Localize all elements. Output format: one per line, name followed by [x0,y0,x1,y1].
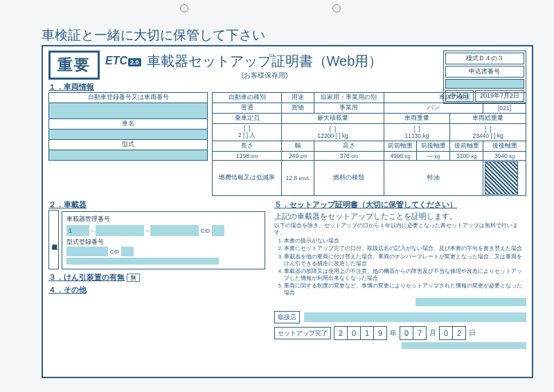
app-no-value [445,79,524,89]
hole-punch [332,4,341,12]
section-3: ３．けん引装置の有無 [48,273,125,281]
doc-subtitle: (お客様保存用) [147,71,383,80]
sticker-label: 車載器貼付 [48,210,59,269]
important-badge: 重要 [48,51,100,80]
section-5: ５．セットアップ証明書（大切に保管してください） [274,199,526,210]
section-4: ４．その他 [48,285,270,295]
shop-value [304,312,526,322]
etc-logo: ETC2.0 [105,55,141,67]
application-box: 様式Ｄ４の３ 申込書番号 申込日2019年7月2日 [443,51,526,104]
app-date: 2019年7月2日 [475,90,524,102]
cert-sub: 以下の場合を除き、セットアップの日から１年以内に必要となった再セットアップは無料… [274,222,526,236]
section-2: ２．車載器 [48,199,270,210]
vehicle-spec-table: 自動車の種別用途自家用・事業用の別 車体の形状 普通貨物事業用 バン[021] … [212,92,526,196]
hole-punch [180,4,188,12]
shop-label: 取扱店 [274,311,300,323]
towing-none: 無 [127,274,140,282]
app-date-label: 申込日 [445,90,474,102]
cert-list: 本書の提示がない場合本書にセットアップ完了の日付、取扱店名の記入がない場合、及び… [284,238,526,296]
doc-title: 車載器セットアップ証明書（Web用） [147,52,383,71]
app-no-label: 申込書番号 [445,66,524,78]
certificate-sheet: 様式Ｄ４の３ 申込書番号 申込日2019年7月2日 重要 ETC2.0 車載器セ… [42,45,533,378]
keep-warning: 車検証と一緒に大切に保管して下さい [42,26,265,44]
qr-code [485,161,518,195]
device-box: 車載器管理番号 1 - - C/D 型式登録番号 C/D [62,211,265,269]
form-no: 様式Ｄ４の３ [445,53,524,64]
cert-heading: 上記の車載器をセットアップしたことを証明します。 [274,211,526,221]
completion-date: セットアップ完了 2019 年 07 月 02 日 [274,326,526,340]
vehicle-id-table: 自動車登録番号又は車両番号 車名 型式 [48,92,208,161]
